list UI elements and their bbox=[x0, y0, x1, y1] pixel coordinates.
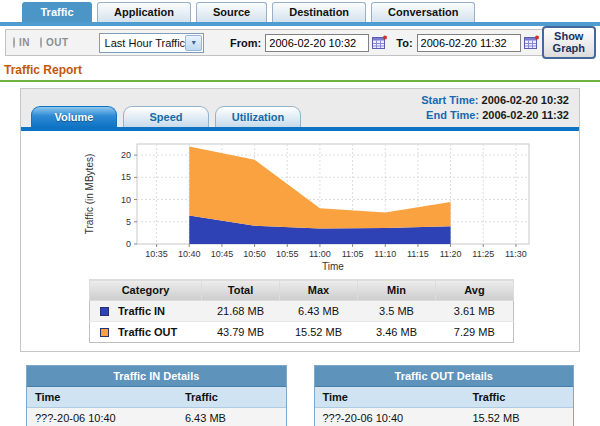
value-cell: 3.5 MB bbox=[358, 301, 436, 322]
detail-table-body: ???-20-06 10:406.43 MB???-20-06 10:504.1… bbox=[27, 408, 286, 426]
x-tick-label: 11:10 bbox=[374, 249, 396, 259]
from-label: From: bbox=[230, 37, 261, 49]
panel-header: VolumeSpeedUtilization Start Time: 2006-… bbox=[21, 89, 579, 127]
start-time-label: Start Time: bbox=[421, 94, 478, 106]
x-tick-label: 10:40 bbox=[178, 249, 201, 259]
traffic-report-panel: VolumeSpeedUtilization Start Time: 2006-… bbox=[20, 88, 580, 352]
table-row: Traffic OUT43.79 MB15.52 MB3.46 MB7.29 M… bbox=[90, 322, 514, 343]
end-time-value: 2006-02-20 11:32 bbox=[482, 109, 569, 121]
end-time-label: End Time: bbox=[426, 109, 479, 121]
legend-swatch bbox=[100, 328, 109, 337]
y-tick-label: 15 bbox=[121, 172, 131, 182]
table-row: ???-20-06 10:406.43 MB bbox=[27, 408, 286, 426]
summary-column-header: Total bbox=[202, 280, 280, 301]
calendar-icon[interactable] bbox=[372, 35, 387, 51]
page-title: Traffic Report bbox=[4, 63, 600, 77]
radio-in-label: IN bbox=[19, 37, 30, 48]
detail-table-body: ???-20-06 10:4015.52 MB???-20-06 10:5014… bbox=[315, 408, 574, 426]
detail-table-title: Traffic OUT Details bbox=[315, 366, 574, 387]
y-tick-label: 0 bbox=[126, 239, 131, 249]
summary-column-header: Category bbox=[90, 280, 202, 301]
column-header: Traffic bbox=[177, 387, 286, 407]
to-label: To: bbox=[396, 37, 412, 49]
value-cell: 15.52 MB bbox=[280, 322, 358, 343]
detail-table: Traffic OUT Details TimeTraffic ???-20-0… bbox=[314, 365, 575, 426]
title-divider bbox=[0, 80, 600, 82]
tab-volume[interactable]: Volume bbox=[31, 106, 117, 127]
y-tick-label: 5 bbox=[126, 217, 131, 227]
to-date-input[interactable] bbox=[417, 34, 521, 52]
radio-out[interactable] bbox=[40, 37, 42, 48]
column-header: Time bbox=[27, 387, 177, 407]
tab-application[interactable]: Application bbox=[97, 2, 191, 22]
end-time: End Time: 2006-02-20 11:32 bbox=[421, 108, 569, 123]
summary-table: CategoryTotalMaxMinAvg Traffic IN21.68 M… bbox=[89, 279, 514, 343]
tab-speed[interactable]: Speed bbox=[123, 106, 209, 127]
time-cell: ???-20-06 10:40 bbox=[315, 408, 465, 426]
radio-out-label: OUT bbox=[46, 37, 69, 48]
category-label: Traffic IN bbox=[118, 305, 165, 317]
tab-source[interactable]: Source bbox=[196, 2, 267, 22]
value-cell: 3.61 MB bbox=[436, 301, 514, 322]
top-tab-bar: TrafficApplicationSourceDestinationConve… bbox=[0, 0, 600, 22]
x-tick-label: 11:30 bbox=[505, 249, 527, 259]
report-time-range: Start Time: 2006-02-20 10:32 End Time: 2… bbox=[421, 92, 571, 127]
table-row: Traffic IN21.68 MB6.43 MB3.5 MB3.61 MB bbox=[90, 301, 514, 322]
metric-tab-bar: VolumeSpeedUtilization bbox=[31, 106, 301, 127]
traffic-cell: 6.43 MB bbox=[177, 408, 286, 426]
start-time: Start Time: 2006-02-20 10:32 bbox=[421, 93, 569, 108]
detail-table-columns: TimeTraffic bbox=[315, 387, 574, 408]
traffic-volume-chart: 10:3510:4010:4510:5010:5511:0011:0511:10… bbox=[81, 139, 551, 271]
value-cell: 7.29 MB bbox=[436, 322, 514, 343]
y-tick-label: 20 bbox=[121, 150, 131, 160]
table-row: ???-20-06 10:4015.52 MB bbox=[315, 408, 574, 426]
summary-header-row: CategoryTotalMaxMinAvg bbox=[90, 280, 514, 301]
category-cell: Traffic IN bbox=[90, 301, 202, 322]
category-cell: Traffic OUT bbox=[90, 322, 202, 343]
time-range-selected-value: Last Hour Traffic bbox=[100, 37, 186, 49]
x-tick-label: 10:45 bbox=[211, 249, 234, 259]
value-cell: 6.43 MB bbox=[280, 301, 358, 322]
x-tick-label: 11:05 bbox=[342, 249, 364, 259]
traffic-cell: 15.52 MB bbox=[464, 408, 573, 426]
time-range-select[interactable]: Last Hour Traffic ▼ bbox=[99, 33, 205, 53]
report-toolbar: IN OUT Last Hour Traffic ▼ From: To: bbox=[5, 29, 595, 56]
from-date-input[interactable] bbox=[265, 34, 369, 52]
time-cell: ???-20-06 10:40 bbox=[27, 408, 177, 426]
tab-conversation[interactable]: Conversation bbox=[371, 2, 475, 22]
category-label: Traffic OUT bbox=[118, 326, 177, 338]
chevron-down-icon[interactable]: ▼ bbox=[185, 35, 202, 51]
x-axis-label: Time bbox=[322, 261, 344, 271]
x-tick-label: 11:00 bbox=[309, 249, 331, 259]
column-header: Traffic bbox=[464, 387, 573, 407]
y-axis-label: Traffic (in MBytes) bbox=[84, 154, 95, 235]
show-graph-button[interactable]: Show Graph bbox=[542, 26, 596, 59]
panel-body: 10:3510:4010:4510:5010:5511:0011:0511:10… bbox=[21, 131, 579, 351]
y-tick-label: 10 bbox=[121, 195, 131, 205]
detail-table: Traffic IN Details TimeTraffic ???-20-06… bbox=[26, 365, 287, 426]
x-tick-label: 11:15 bbox=[407, 249, 429, 259]
x-tick-label: 10:50 bbox=[243, 249, 266, 259]
radio-in[interactable] bbox=[13, 37, 15, 48]
x-tick-label: 10:35 bbox=[145, 249, 168, 259]
detail-table-columns: TimeTraffic bbox=[27, 387, 286, 408]
x-tick-label: 10:55 bbox=[276, 249, 299, 259]
start-time-value: 2006-02-20 10:32 bbox=[482, 94, 569, 106]
legend-swatch bbox=[100, 307, 109, 316]
tab-utilization[interactable]: Utilization bbox=[215, 106, 301, 127]
summary-column-header: Min bbox=[358, 280, 436, 301]
tab-destination[interactable]: Destination bbox=[272, 2, 366, 22]
summary-column-header: Max bbox=[280, 280, 358, 301]
top-tab-strip bbox=[0, 22, 600, 26]
column-header: Time bbox=[315, 387, 465, 407]
calendar-icon[interactable] bbox=[524, 35, 539, 51]
summary-column-header: Avg bbox=[436, 280, 514, 301]
detail-table-title: Traffic IN Details bbox=[27, 366, 286, 387]
value-cell: 43.79 MB bbox=[202, 322, 280, 343]
tab-traffic[interactable]: Traffic bbox=[22, 2, 92, 22]
value-cell: 21.68 MB bbox=[202, 301, 280, 322]
x-tick-label: 11:20 bbox=[440, 249, 462, 259]
x-tick-label: 11:25 bbox=[472, 249, 494, 259]
detail-tables-row: Traffic IN Details TimeTraffic ???-20-06… bbox=[26, 365, 574, 426]
value-cell: 3.46 MB bbox=[358, 322, 436, 343]
